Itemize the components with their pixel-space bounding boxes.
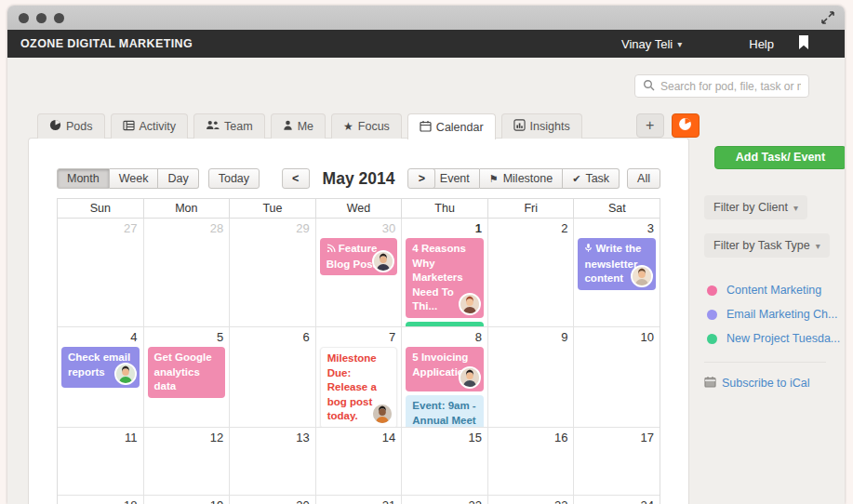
calendar-week-row: 4 Check email reports 5 Get Google analy… xyxy=(58,327,660,428)
all-filter-button[interactable]: All xyxy=(627,168,660,189)
calendar-day-cell[interactable]: 17 xyxy=(574,428,660,495)
next-month-button[interactable]: > xyxy=(407,168,435,189)
date-number: 6 xyxy=(230,327,315,346)
brand-title: OZONE DIGITAL MARKETING xyxy=(20,37,193,50)
header-right: Vinay Teli ▾ Help xyxy=(621,35,845,53)
calendar-day-cell[interactable]: 10 xyxy=(574,327,660,427)
calendar-day-cell[interactable]: 30 Feature Blog Post xyxy=(316,219,403,326)
bookmark-icon[interactable] xyxy=(798,35,809,53)
chevron-down-icon: ▾ xyxy=(816,241,820,251)
tab-label: Calendar xyxy=(436,121,484,134)
milestone-card[interactable]: Milestone Due: Release a bog post today. xyxy=(320,347,398,427)
event-card[interactable]: 4 Reasons Why Marketers Need To Thi... xyxy=(406,238,484,318)
legend-label[interactable]: New Project Tuesda... xyxy=(726,332,840,345)
calendar-day-cell[interactable]: 23 xyxy=(488,496,575,504)
event-card[interactable]: Draft blog post for launch xyxy=(406,322,484,326)
calendar-icon xyxy=(704,376,716,391)
tab-team[interactable]: Team xyxy=(193,113,265,139)
button-label: Milestone xyxy=(503,172,553,185)
user-name: Vinay Teli xyxy=(621,37,673,51)
user-menu[interactable]: Vinay Teli ▾ xyxy=(621,37,682,51)
legend-item[interactable]: Content Marketing xyxy=(707,278,845,302)
subscribe-ical-link[interactable]: Subscribe to iCal xyxy=(704,376,845,391)
tab-label: Pods xyxy=(66,120,93,133)
calendar-day-cell[interactable]: 2 xyxy=(488,219,575,326)
date-number: 5 xyxy=(144,327,230,346)
event-title: Milestone Due: Release a bog post today. xyxy=(327,352,377,421)
legend-item[interactable]: Email Marketing Ch... xyxy=(707,302,845,326)
calendar-day-cell[interactable]: 22 xyxy=(402,496,488,504)
add-task-event-button[interactable]: Add Task/ Event xyxy=(714,146,845,169)
window-control-dot[interactable] xyxy=(19,13,29,23)
month-view-button[interactable]: Month xyxy=(57,168,110,189)
legend-label[interactable]: Content Marketing xyxy=(726,284,821,297)
filter-by-task-type-dropdown[interactable]: Filter by Task Type ▾ xyxy=(704,233,830,258)
legend-item[interactable]: New Project Tuesda... xyxy=(707,326,845,351)
month-navigation: < May 2014 > xyxy=(282,168,436,189)
calendar-day-cell[interactable]: 6 xyxy=(230,327,316,427)
tab-me[interactable]: Me xyxy=(271,113,326,139)
check-icon: ✔ xyxy=(572,174,580,184)
milestone-filter-button[interactable]: ⚑ Milestone xyxy=(480,168,563,189)
window-controls[interactable] xyxy=(19,13,64,23)
plus-icon: + xyxy=(646,117,654,134)
tab-insights[interactable]: Insights xyxy=(501,113,582,139)
calendar-day-cell[interactable]: 12 xyxy=(144,428,231,495)
calendar-day-cell[interactable]: 20 xyxy=(230,496,316,504)
flag-icon: ⚑ xyxy=(489,174,499,184)
date-number: 20 xyxy=(230,496,315,504)
calendar-day-cell[interactable]: 5 Get Google analytics data xyxy=(144,327,231,427)
calendar-day-cell[interactable]: 24 xyxy=(574,496,660,504)
calendar-day-cell[interactable]: 18 xyxy=(58,496,144,504)
calendar-panel: Month Week Day Today < May 2014 > xyxy=(28,138,689,504)
calendar-week-row: 11 12 13 14 15 16 17 xyxy=(58,428,660,496)
help-link[interactable]: Help xyxy=(749,37,774,51)
calendar-day-cell[interactable]: 29 xyxy=(230,219,316,326)
day-view-button[interactable]: Day xyxy=(158,168,198,189)
calendar-day-cell[interactable]: 11 xyxy=(58,428,144,495)
event-card[interactable]: Write the newsletter content xyxy=(578,238,656,290)
subscribe-label: Subscribe to iCal xyxy=(722,377,810,390)
add-tab-button[interactable]: + xyxy=(636,113,664,138)
calendar-day-cell[interactable]: 27 xyxy=(58,219,144,326)
search-input[interactable] xyxy=(660,80,801,93)
calendar-day-cell[interactable]: 4 Check email reports xyxy=(58,327,144,427)
window-control-dot[interactable] xyxy=(54,13,64,23)
event-card[interactable]: Event: 9am - Annual Meet xyxy=(406,395,484,427)
calendar-day-cell[interactable]: 8 5 Invoicing Applications Event: 9am - … xyxy=(402,327,488,427)
tab-pods[interactable]: Pods xyxy=(37,113,105,139)
today-button[interactable]: Today xyxy=(208,168,260,189)
filter-by-client-dropdown[interactable]: Filter by Client ▾ xyxy=(704,195,807,219)
event-card[interactable]: Get Google analytics data xyxy=(148,347,226,398)
date-number: 3 xyxy=(574,219,660,237)
calendar-week-row: 27 28 29 30 Feature Blog Post xyxy=(58,219,660,327)
legend-label[interactable]: Email Marketing Ch... xyxy=(726,308,837,321)
calendar-day-cell[interactable]: 28 xyxy=(144,219,231,326)
calendar-day-cell[interactable]: 16 xyxy=(488,428,575,495)
calendar-day-cell[interactable]: 9 xyxy=(488,327,575,427)
date-number: 11 xyxy=(58,428,143,446)
calendar-day-cell[interactable]: 7 Milestone Due: Release a bog post toda… xyxy=(316,327,403,427)
calendar-day-cell[interactable]: 15 xyxy=(402,428,488,495)
event-card[interactable]: Check email reports xyxy=(61,347,140,388)
resize-icon[interactable] xyxy=(820,10,835,29)
calendar-day-cell[interactable]: 1 4 Reasons Why Marketers Need To Thi...… xyxy=(402,219,488,326)
search-box[interactable] xyxy=(634,74,809,98)
week-view-button[interactable]: Week xyxy=(110,168,159,189)
calendar-day-cell[interactable]: 3 Write the newsletter content xyxy=(574,219,660,326)
tab-focus[interactable]: ★ Focus xyxy=(331,113,402,139)
calendar-day-cell[interactable]: 13 xyxy=(230,428,316,495)
task-filter-button[interactable]: ✔ Task xyxy=(563,168,620,189)
calendar-day-cell[interactable]: 14 xyxy=(316,428,403,495)
tab-calendar[interactable]: Calendar xyxy=(407,113,496,139)
date-number: 19 xyxy=(144,496,230,504)
pod-app-button[interactable] xyxy=(672,113,700,138)
tab-activity[interactable]: Activity xyxy=(111,113,189,139)
window-control-dot[interactable] xyxy=(36,13,47,23)
calendar-day-cell[interactable]: 19 xyxy=(144,496,231,504)
previous-month-button[interactable]: < xyxy=(282,168,310,189)
event-card[interactable]: Feature Blog Post xyxy=(320,238,398,275)
button-label: Task xyxy=(585,172,609,185)
event-card[interactable]: 5 Invoicing Applications xyxy=(406,347,484,391)
calendar-day-cell[interactable]: 21 xyxy=(316,496,403,504)
